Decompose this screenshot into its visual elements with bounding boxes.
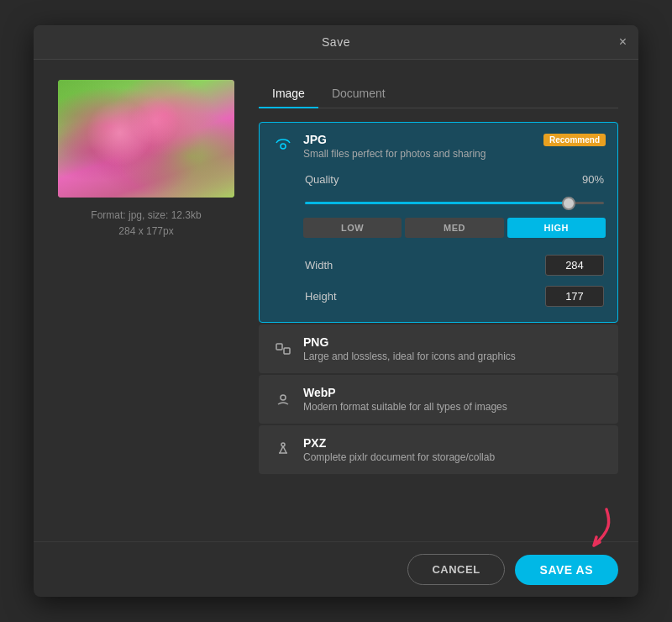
- close-button[interactable]: ×: [619, 35, 627, 49]
- pxz-icon: [271, 438, 295, 461]
- tabs: Image Document: [259, 80, 618, 108]
- image-info: Format: jpg, size: 12.3kb 284 x 177px: [91, 208, 201, 240]
- png-format-info: PNG Large and lossless, ideal for icons …: [303, 335, 606, 362]
- webp-name: WebP: [303, 386, 606, 399]
- pxz-desc: Complete pixlr document for storage/coll…: [303, 451, 606, 463]
- jpg-format-desc: Small files perfect for photos and shari…: [303, 148, 606, 160]
- quality-high-button[interactable]: HIGH: [507, 218, 606, 238]
- quality-row: Quality 90%: [303, 173, 606, 186]
- webp-format-icon: [273, 389, 293, 409]
- quality-label: Quality: [305, 173, 339, 186]
- webp-icon: [271, 387, 295, 411]
- pxz-name: PXZ: [303, 436, 606, 450]
- quality-slider[interactable]: [305, 202, 604, 204]
- jpg-format-icon: [273, 136, 293, 156]
- svg-point-0: [281, 144, 286, 149]
- dialog-title: Save: [322, 35, 350, 49]
- format-item-pxz[interactable]: PXZ Complete pixlr document for storage/…: [259, 425, 618, 474]
- jpg-format-info: JPG Recommend Small files perfect for ph…: [303, 133, 606, 312]
- format-item-png[interactable]: PNG Large and lossless, ideal for icons …: [259, 324, 618, 373]
- right-panel: Image Document JPG Re: [259, 80, 618, 521]
- svg-rect-2: [284, 348, 290, 354]
- png-desc: Large and lossless, ideal for icons and …: [303, 351, 606, 362]
- png-format-icon: [273, 339, 293, 359]
- slider-container: [303, 192, 606, 208]
- format-item-jpg[interactable]: JPG Recommend Small files perfect for ph…: [259, 122, 618, 323]
- svg-point-3: [281, 395, 286, 400]
- svg-point-4: [281, 443, 285, 446]
- left-panel: Format: jpg, size: 12.3kb 284 x 177px: [54, 80, 239, 521]
- dialog-footer: CANCEL SAVE AS: [34, 541, 638, 597]
- jpg-options: Quality 90% LOW MED HIGH: [303, 166, 606, 312]
- tab-image[interactable]: Image: [259, 80, 318, 108]
- pxz-format-info: PXZ Complete pixlr document for storage/…: [303, 436, 606, 463]
- quality-med-button[interactable]: MED: [405, 218, 503, 238]
- format-size-info: Format: jpg, size: 12.3kb: [91, 208, 201, 224]
- cancel-button[interactable]: CANCEL: [407, 554, 504, 585]
- svg-rect-1: [276, 344, 282, 350]
- save-dialog: Save × Format: jpg, size: 12.3kb 284 x 1…: [34, 25, 638, 597]
- height-input[interactable]: [545, 286, 604, 307]
- height-label: Height: [305, 290, 337, 303]
- width-input[interactable]: [545, 255, 604, 276]
- tab-document[interactable]: Document: [318, 80, 399, 108]
- preview-image: [58, 80, 234, 198]
- width-label: Width: [305, 259, 333, 271]
- jpg-name-row: JPG Recommend: [303, 133, 606, 146]
- dialog-body: Format: jpg, size: 12.3kb 284 x 177px Im…: [34, 60, 638, 541]
- quality-value: 90%: [582, 173, 604, 186]
- jpg-format-name: JPG: [303, 133, 327, 146]
- width-row: Width: [303, 250, 606, 281]
- image-dimensions-info: 284 x 177px: [91, 224, 201, 240]
- webp-desc: Modern format suitable for all types of …: [303, 401, 606, 413]
- png-icon: [271, 337, 295, 361]
- save-as-button[interactable]: SAVE AS: [515, 555, 618, 585]
- format-list: JPG Recommend Small files perfect for ph…: [259, 122, 618, 474]
- png-name: PNG: [303, 335, 606, 349]
- quality-buttons: LOW MED HIGH: [303, 218, 606, 238]
- dialog-header: Save ×: [34, 25, 638, 60]
- quality-low-button[interactable]: LOW: [303, 218, 402, 238]
- webp-format-info: WebP Modern format suitable for all type…: [303, 386, 606, 413]
- format-item-webp[interactable]: WebP Modern format suitable for all type…: [259, 375, 618, 424]
- recommend-badge: Recommend: [543, 134, 606, 146]
- jpg-icon: [271, 134, 295, 158]
- pxz-format-icon: [273, 440, 293, 460]
- height-row: Height: [303, 281, 606, 312]
